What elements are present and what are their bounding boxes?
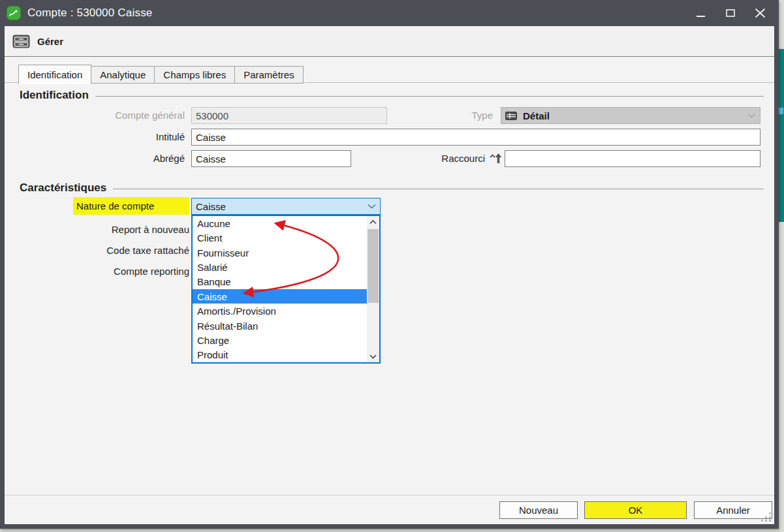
dropdown-item-aucune[interactable]: Aucune [193, 216, 367, 230]
close-button[interactable] [754, 7, 766, 19]
type-combobox: Détail [501, 107, 760, 124]
tab-identification[interactable]: Identification [18, 65, 91, 84]
dropdown-item-produit[interactable]: Produit [193, 348, 367, 362]
scrollbar-thumb[interactable] [368, 229, 379, 303]
dropdown-item-client[interactable]: Client [193, 230, 367, 245]
resize-grip[interactable] [760, 512, 772, 522]
drawer-cabinet-icon [12, 35, 30, 48]
nature-dropdown-popup: Aucune Client Fournisseur Salarié Banque… [191, 215, 381, 364]
intitule-field[interactable] [191, 129, 760, 146]
dropdown-item-resultat-bilan[interactable]: Résultat-Bilan [193, 319, 367, 333]
abrege-field[interactable] [191, 150, 351, 167]
shortcut-up-arrow-icon [489, 153, 503, 164]
tab-strip: Identification Analytique Champs libres … [19, 65, 304, 84]
caracteristiques-section-header: Caractéristiques [20, 181, 764, 195]
intitule-label: Intitulé [5, 129, 185, 146]
dialog-client-area: Gérer Identification Analytique Champs l… [5, 26, 774, 524]
nouveau-button[interactable]: Nouveau [499, 501, 578, 519]
compte-reporting-label: Compte reporting [44, 263, 189, 280]
chevron-down-icon [368, 204, 376, 209]
dropdown-item-amortis-provision[interactable]: Amortis./Provision [193, 304, 367, 318]
tab-champs-libres[interactable]: Champs libres [154, 66, 235, 84]
dropdown-item-salarie[interactable]: Salarié [193, 260, 367, 274]
table-detail-icon [505, 112, 517, 120]
caracteristiques-section-title: Caractéristiques [20, 181, 106, 195]
type-label: Type [396, 107, 493, 124]
manage-toolbar: Gérer [5, 26, 774, 57]
abrege-label: Abrégé [5, 150, 185, 167]
type-value: Détail [523, 110, 550, 121]
chevron-down-icon [747, 113, 756, 118]
window-title: Compte : 530000 Caisse [27, 7, 153, 20]
dropdown-item-charge[interactable]: Charge [193, 333, 367, 347]
compte-general-field [191, 107, 387, 124]
footer-divider [5, 495, 774, 495]
dropdown-item-caisse-selected[interactable]: Caisse [193, 289, 367, 304]
scroll-up-icon[interactable] [367, 216, 379, 228]
section-rule [95, 96, 764, 97]
manage-button[interactable]: Gérer [37, 36, 63, 47]
dropdown-item-fournisseur[interactable]: Fournisseur [193, 245, 367, 260]
background-app-edge [778, 49, 784, 222]
app-chart-icon [7, 6, 21, 20]
tab-parametres[interactable]: Paramètres [234, 66, 304, 84]
section-rule [113, 189, 764, 189]
code-taxe-rattache-label: Code taxe rattaché [44, 242, 189, 259]
ok-button[interactable]: OK [584, 501, 687, 519]
identification-section-header: Identification [20, 89, 764, 102]
background-app-accent [779, 108, 783, 114]
compte-general-label: Compte général [5, 107, 185, 124]
nature-de-compte-label: Nature de compte [73, 197, 189, 215]
maximize-button[interactable] [725, 7, 736, 19]
nature-combobox[interactable]: Caisse [191, 198, 381, 215]
title-bar: Compte : 530000 Caisse [0, 0, 779, 26]
dropdown-item-banque[interactable]: Banque [193, 275, 367, 289]
dropdown-scrollbar[interactable] [367, 216, 379, 362]
minimize-button[interactable] [695, 7, 707, 19]
raccourci-field[interactable] [505, 150, 760, 167]
scroll-down-icon[interactable] [367, 351, 379, 362]
report-a-nouveau-label: Report à nouveau [44, 221, 189, 238]
nature-value: Caisse [196, 201, 226, 212]
raccourci-label: Raccourci [370, 150, 485, 167]
tab-analytique[interactable]: Analytique [91, 66, 155, 84]
identification-section-title: Identification [20, 89, 89, 102]
compte-dialog-window: Compte : 530000 Caisse [0, 0, 779, 529]
nature-dropdown-list: Aucune Client Fournisseur Salarié Banque… [193, 216, 367, 362]
